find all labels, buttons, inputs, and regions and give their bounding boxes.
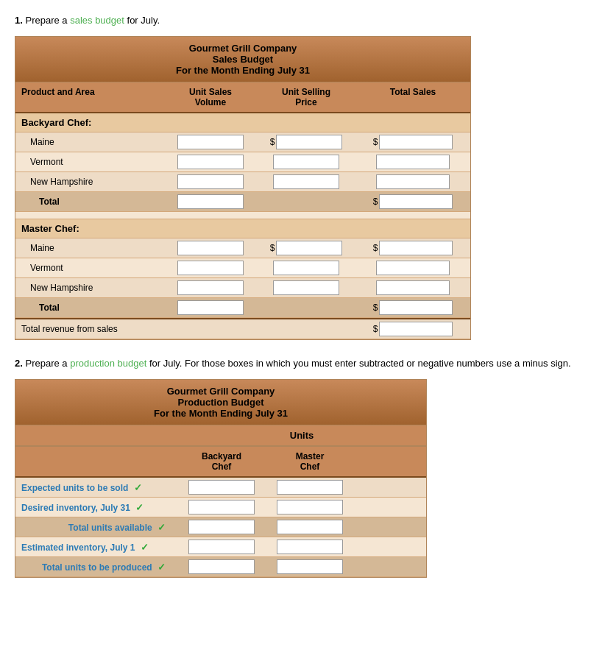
prod-table-header: Gourmet Grill Company Production Budget … (15, 380, 426, 425)
prod-total-produced-bc-wrap (177, 557, 266, 576)
sales-budget-table: Gourmet Grill Company Sales Budget For t… (15, 36, 471, 340)
prod-estimated-label: Estimated inventory, July 1 ✓ (15, 538, 177, 556)
prod-total-produced-mc-input[interactable] (277, 559, 343, 574)
prod-expected-mc-input[interactable] (277, 480, 343, 495)
master-total-row: Total $ (15, 298, 470, 318)
master-maine-total-dollar: $ (373, 243, 378, 253)
master-vermont-volume-input[interactable] (177, 261, 244, 275)
prod-units-label: Units (177, 425, 426, 445)
backyard-newhampshire-volume-input[interactable] (177, 174, 244, 189)
total-revenue-label: Total revenue from sales (15, 321, 163, 337)
backyard-total-volume-wrap (163, 192, 258, 211)
backyard-vermont-price-input[interactable] (273, 155, 339, 169)
master-maine-total-input[interactable] (379, 241, 453, 255)
prod-total-available-bc-input[interactable] (188, 520, 255, 534)
master-newhampshire-row: New Hampshire (15, 278, 470, 298)
master-vermont-total-input[interactable] (376, 261, 450, 275)
master-total-volume-input[interactable] (177, 300, 244, 315)
master-maine-volume-wrap (163, 238, 258, 258)
prod-estimated-bc-input[interactable] (188, 540, 255, 554)
master-newhampshire-total-input[interactable] (376, 280, 450, 295)
master-newhampshire-total-wrap (354, 278, 472, 297)
prod-total-produced-check: ✓ (157, 562, 166, 573)
master-vermont-row: Vermont (15, 258, 470, 278)
prod-desired-bc-input[interactable] (188, 500, 255, 514)
backyard-maine-volume-input[interactable] (177, 135, 244, 149)
backyard-maine-total-input[interactable] (379, 135, 453, 149)
prod-total-available-mc-input[interactable] (277, 520, 343, 534)
prod-desired-mc-input[interactable] (277, 500, 343, 514)
sales-col-headers: Product and Area Unit SalesVolume Unit S… (15, 82, 470, 113)
prod-expected-label: Expected units to be sold ✓ (15, 478, 177, 497)
backyard-newhampshire-total-wrap (354, 172, 472, 191)
instruction-1-text: Prepare a (25, 15, 70, 26)
prod-total-produced-bc-input[interactable] (188, 559, 255, 574)
prod-units-header-row: Units (15, 425, 426, 446)
backyard-vermont-total-input[interactable] (376, 155, 450, 169)
col-header-product: Product and Area (15, 82, 163, 112)
backyard-total-total-wrap: $ (354, 192, 472, 211)
backyard-newhampshire-price-wrap (258, 172, 354, 191)
master-newhampshire-label: New Hampshire (15, 280, 163, 296)
prod-estimated-mc-wrap (266, 537, 354, 556)
prod-row-estimated: Estimated inventory, July 1 ✓ (15, 537, 426, 557)
backyard-vermont-volume-wrap (163, 152, 258, 171)
total-revenue-row: Total revenue from sales $ (15, 318, 470, 339)
backyard-total-row: Total $ (15, 192, 470, 212)
production-budget-link[interactable]: production budget (70, 358, 146, 369)
master-maine-price-input[interactable] (276, 241, 342, 255)
backyard-maine-price-input[interactable] (276, 135, 342, 149)
col-header-price: Unit SellingPrice (258, 82, 354, 112)
prod-estimated-check: ✓ (141, 542, 149, 553)
master-maine-price-wrap: $ (258, 238, 354, 258)
total-revenue-total-wrap: $ (354, 319, 472, 339)
prod-total-produced-mc-wrap (266, 557, 354, 576)
master-chef-section-label: Master Chef: (15, 219, 470, 238)
prod-desired-bc-wrap (177, 498, 266, 517)
backyard-newhampshire-total-input[interactable] (376, 174, 450, 189)
master-newhampshire-volume-input[interactable] (177, 280, 244, 295)
sales-title-1: Gourmet Grill Company (18, 43, 467, 54)
prod-title-1: Gourmet Grill Company (18, 386, 423, 397)
backyard-vermont-label: Vermont (15, 154, 163, 170)
total-revenue-total-input[interactable] (379, 322, 453, 336)
prod-expected-bc-input[interactable] (188, 480, 255, 495)
master-vermont-price-wrap (258, 258, 354, 277)
backyard-total-total-input[interactable] (379, 194, 453, 209)
prod-col-header-master: MasterChef (266, 447, 354, 476)
backyard-vermont-volume-input[interactable] (177, 155, 244, 169)
master-newhampshire-volume-wrap (163, 278, 258, 297)
master-vermont-volume-wrap (163, 258, 258, 277)
backyard-total-dollar: $ (373, 197, 378, 207)
master-maine-label: Maine (15, 240, 163, 256)
col-header-volume: Unit SalesVolume (163, 82, 258, 112)
prod-estimated-mc-input[interactable] (277, 540, 343, 554)
master-total-volume-wrap (163, 298, 258, 317)
backyard-maine-price-wrap: $ (258, 132, 354, 152)
master-maine-price-dollar: $ (270, 243, 275, 253)
prod-units-empty (15, 425, 177, 445)
master-newhampshire-price-input[interactable] (273, 280, 339, 295)
sales-title-2: Sales Budget (18, 54, 467, 65)
prod-expected-mc-wrap (266, 478, 354, 497)
master-total-label: Total (15, 300, 163, 316)
instruction-1: 1. Prepare a sales budget for July. (15, 15, 601, 26)
instruction-2-text-after: for July. For those boxes in which you m… (146, 358, 570, 369)
master-maine-volume-input[interactable] (177, 241, 244, 255)
backyard-newhampshire-price-input[interactable] (273, 174, 339, 189)
prod-desired-check: ✓ (135, 502, 144, 513)
prod-expected-check: ✓ (134, 482, 142, 493)
prod-title-3: For the Month Ending July 31 (18, 408, 423, 419)
prod-total-available-label: Total units available ✓ (15, 518, 177, 537)
backyard-maine-price-dollar: $ (270, 137, 275, 147)
master-vermont-total-wrap (354, 258, 472, 277)
prod-col-header-row: BackyardChef MasterChef (15, 446, 426, 478)
master-vermont-price-input[interactable] (273, 261, 339, 275)
sales-budget-link[interactable]: sales budget (70, 15, 124, 26)
backyard-total-volume-input[interactable] (177, 194, 244, 209)
master-total-total-input[interactable] (379, 300, 453, 315)
master-chef-label: Master Chef: (21, 223, 79, 234)
sales-title-3: For the Month Ending July 31 (18, 65, 467, 76)
backyard-vermont-row: Vermont (15, 152, 470, 172)
backyard-vermont-total-wrap (354, 152, 472, 171)
